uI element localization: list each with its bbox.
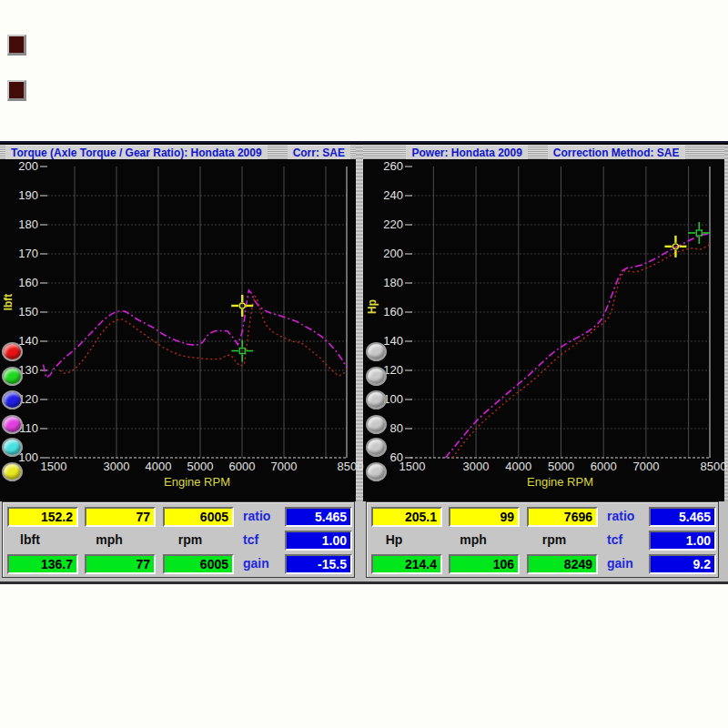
gain-value: -15.5 xyxy=(285,554,352,574)
run-gray-button-3[interactable] xyxy=(366,390,387,410)
rpm-ref-value: 6005 xyxy=(163,554,234,574)
unit-label-lbft: lbft xyxy=(0,532,64,547)
x-tick-label: 8500 xyxy=(338,460,364,473)
speed-cursor-value: 77 xyxy=(85,507,156,527)
run-gray-button-5[interactable] xyxy=(366,438,387,457)
run-gray-button-2[interactable] xyxy=(366,367,387,386)
power-readout-panel: 205.1 99 7696 Hp mph rpm 214.4 106 8249 … xyxy=(366,501,719,578)
gain-label: gain xyxy=(243,556,281,571)
y-tick-label: 240 xyxy=(383,188,403,202)
y-tick-label: 220 xyxy=(383,217,403,231)
x-tick-label: 3000 xyxy=(104,460,130,473)
x-tick-label: 5000 xyxy=(548,460,574,473)
y-tick-label: 180 xyxy=(383,276,403,289)
power-ref-value: 214.4 xyxy=(371,554,442,574)
page-thumbnail-marker-1[interactable] xyxy=(7,35,26,56)
y-tick-label: 140 xyxy=(18,334,38,348)
unit-label-mph: mph xyxy=(440,532,507,547)
x-tick-label: 6000 xyxy=(591,460,617,473)
torque-readout-panel: 152.2 77 6005 lbft mph rpm 136.7 77 6005… xyxy=(2,501,355,578)
y-tick-label: 80 xyxy=(390,421,403,435)
y-tick-label: 190 xyxy=(18,188,38,202)
torque-cursor-value: 152.2 xyxy=(7,507,78,527)
ratio-label: ratio xyxy=(607,509,645,523)
y-tick-label: 160 xyxy=(18,276,38,289)
y-tick-label: 140 xyxy=(383,334,403,348)
page-background: Torque (Axle Torque / Gear Ratio): Honda… xyxy=(0,0,728,728)
torque-ref-value: 136.7 xyxy=(7,554,78,574)
gain-label: gain xyxy=(607,556,645,571)
speed-ref-value: 106 xyxy=(449,554,520,574)
power-chart-plot[interactable]: 6080100120140160180200220240260150030004… xyxy=(363,157,725,500)
y-tick-label: 150 xyxy=(18,305,38,318)
torque-x-axis-label: Engine RPM xyxy=(164,475,230,489)
unit-label-mph: mph xyxy=(76,532,143,547)
x-tick-label: 6000 xyxy=(229,460,256,473)
x-tick-label: 1500 xyxy=(41,460,67,473)
run-gray-button-4[interactable] xyxy=(366,415,387,434)
y-tick-label: 170 xyxy=(18,247,38,260)
torque-reference-run-curve xyxy=(60,296,347,375)
power-reference-run-curve xyxy=(452,245,710,458)
run-color-button-red[interactable] xyxy=(2,342,23,361)
ratio-value: 5.465 xyxy=(285,507,352,527)
page-thumbnail-marker-2[interactable] xyxy=(7,80,26,101)
rpm-cursor-value: 7696 xyxy=(527,507,598,527)
speed-cursor-value: 99 xyxy=(449,507,520,527)
y-tick-label: 100 xyxy=(18,450,38,464)
unit-label-hp: Hp xyxy=(360,532,428,547)
tcf-label: tcf xyxy=(607,532,645,547)
run-color-button-cyan[interactable] xyxy=(2,438,23,457)
y-tick-label: 160 xyxy=(383,305,403,318)
run-gray-button-1[interactable] xyxy=(366,342,387,361)
torque-y-axis-label: lbft xyxy=(2,286,15,318)
unit-label-rpm: rpm xyxy=(157,532,224,547)
run-color-button-blue[interactable] xyxy=(2,390,23,410)
y-tick-label: 200 xyxy=(383,247,403,260)
y-tick-label: 200 xyxy=(18,159,38,173)
ratio-label: ratio xyxy=(243,509,281,523)
rpm-ref-value: 8249 xyxy=(527,554,598,574)
x-tick-label: 4000 xyxy=(146,460,172,473)
x-tick-label: 4000 xyxy=(505,460,531,473)
x-tick-label: 1500 xyxy=(399,460,426,473)
run-color-button-green[interactable] xyxy=(2,367,23,386)
x-tick-label: 7000 xyxy=(632,460,659,473)
tcf-value: 1.00 xyxy=(285,531,352,551)
run-gray-button-6[interactable] xyxy=(366,462,387,481)
power-current-run-curve xyxy=(445,234,710,458)
speed-ref-value: 77 xyxy=(85,554,156,574)
torque-chart-plot[interactable]: 1001101201301401501601701801902001500300… xyxy=(0,157,358,500)
tcf-value: 1.00 xyxy=(649,531,716,551)
tcf-label: tcf xyxy=(243,532,281,547)
x-tick-label: 5000 xyxy=(187,460,214,473)
torque-current-run-curve xyxy=(44,290,348,378)
gain-value: 9.2 xyxy=(649,554,716,574)
x-tick-label: 3000 xyxy=(463,460,490,473)
power-x-axis-label: Engine RPM xyxy=(527,475,593,489)
y-tick-label: 260 xyxy=(383,159,403,173)
unit-label-rpm: rpm xyxy=(521,532,588,547)
ratio-value: 5.465 xyxy=(649,507,716,527)
x-tick-label: 8500 xyxy=(701,460,727,473)
power-y-axis-label: Hp xyxy=(366,290,379,323)
power-cursor-value: 205.1 xyxy=(371,507,442,527)
run-color-button-magenta[interactable] xyxy=(2,415,23,434)
run-color-button-yellow[interactable] xyxy=(2,462,23,481)
y-tick-label: 180 xyxy=(18,217,38,231)
x-tick-label: 7000 xyxy=(271,460,298,473)
rpm-cursor-value: 6005 xyxy=(163,507,234,527)
